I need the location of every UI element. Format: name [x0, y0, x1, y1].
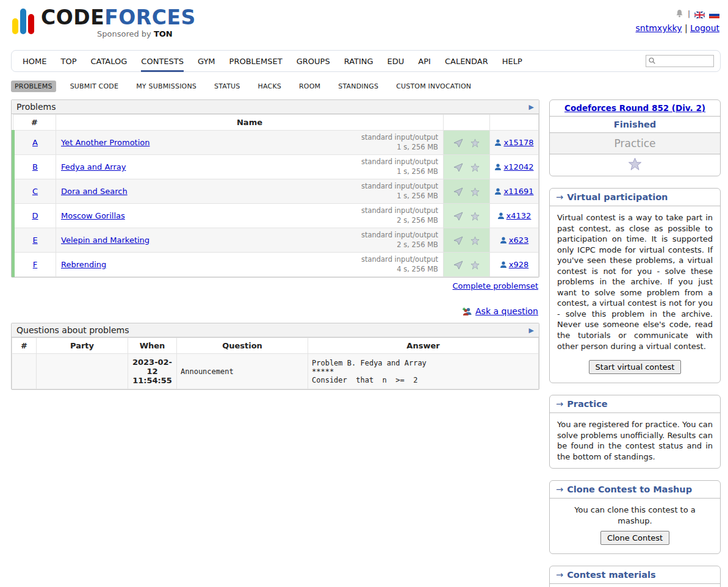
- expand-arrow-icon[interactable]: ▶: [529, 326, 534, 334]
- subnav-custom-invocation[interactable]: CUSTOM INVOCATION: [392, 81, 475, 92]
- question-text-cell: Announcement: [177, 354, 308, 389]
- favorite-star-icon[interactable]: [470, 261, 480, 270]
- column-header-answer: Answer: [308, 338, 539, 354]
- expand-arrow-icon[interactable]: ▶: [529, 103, 534, 111]
- user-separator: |: [682, 23, 690, 33]
- ask-question-icon: [462, 307, 472, 317]
- sidebar: Codeforces Round 852 (Div. 2) Finished P…: [549, 99, 721, 587]
- problems-caption: Problems: [16, 102, 56, 112]
- favorite-star-icon[interactable]: [470, 163, 480, 172]
- contest-title-row: Codeforces Round 852 (Div. 2): [550, 100, 720, 117]
- submit-solution-icon[interactable]: [453, 187, 463, 196]
- solved-count-link[interactable]: x15178: [503, 138, 533, 147]
- logo-bar-red: [28, 14, 34, 34]
- problem-name-link[interactable]: Yet Another Promotion: [61, 138, 150, 147]
- problem-index-link[interactable]: C: [32, 187, 38, 196]
- favorite-star-icon[interactable]: [470, 139, 480, 148]
- subnav-standings[interactable]: STANDINGS: [334, 81, 382, 92]
- favorite-star-icon[interactable]: [470, 236, 480, 245]
- nav-item-rating[interactable]: RATING: [344, 51, 373, 72]
- search-input[interactable]: [658, 57, 713, 65]
- nav-item-calendar[interactable]: CALENDAR: [445, 51, 488, 72]
- submit-solution-icon[interactable]: [453, 163, 463, 172]
- submit-solution-icon[interactable]: [453, 236, 463, 245]
- logo-wordmark: CODEFORCES: [41, 5, 196, 29]
- problem-name-link[interactable]: Velepin and Marketing: [61, 236, 150, 245]
- solved-count-link[interactable]: x928: [509, 260, 529, 269]
- submit-solution-icon[interactable]: [453, 139, 463, 148]
- question-row: 2023-02-12 11:54:55 Announcement Problem…: [12, 354, 539, 389]
- logout-link[interactable]: Logout: [690, 23, 719, 33]
- problem-name-link[interactable]: Dora and Search: [61, 187, 128, 196]
- logo-bar-yellow: [12, 18, 18, 34]
- codeforces-logo[interactable]: CODEFORCES Sponsored by TON: [12, 7, 196, 38]
- section-arrow-icon: →: [556, 570, 563, 580]
- subnav-submit-code[interactable]: SUBMIT CODE: [67, 81, 123, 92]
- section-arrow-icon: →: [556, 484, 563, 494]
- problem-index-link[interactable]: B: [32, 162, 38, 171]
- problem-row: E Velepin and Marketing standard input/o…: [13, 228, 539, 253]
- submit-solution-icon[interactable]: [453, 261, 463, 270]
- nav-item-contests[interactable]: CONTESTS: [141, 51, 184, 72]
- nav-item-edu[interactable]: EDU: [387, 51, 405, 72]
- contest-title-link[interactable]: Codeforces Round 852 (Div. 2): [564, 103, 705, 113]
- favorite-star-icon[interactable]: [470, 212, 480, 221]
- favorite-star-icon[interactable]: [628, 157, 642, 171]
- column-header-name: Name: [56, 115, 444, 131]
- ask-question-link[interactable]: Ask a question: [475, 306, 538, 316]
- column-header-party: Party: [37, 338, 128, 354]
- question-party-cell: [37, 354, 128, 389]
- lang-russian-flag[interactable]: [709, 11, 719, 18]
- problem-name-link[interactable]: Rebrending: [61, 260, 106, 269]
- nav-item-gym[interactable]: GYM: [198, 51, 215, 72]
- solved-count-link[interactable]: x623: [509, 236, 529, 245]
- user-handle-link[interactable]: sntmxykky: [636, 23, 682, 33]
- problem-index-link[interactable]: E: [32, 236, 37, 245]
- subnav-my-submissions[interactable]: MY SUBMISSIONS: [132, 81, 200, 92]
- nav-item-help[interactable]: HELP: [502, 51, 522, 72]
- solved-count-link[interactable]: x4132: [506, 211, 532, 220]
- problem-row: B Fedya and Array standard input/output1…: [13, 155, 539, 179]
- nav-item-top[interactable]: TOP: [60, 51, 76, 72]
- submit-solution-icon[interactable]: [453, 212, 463, 221]
- logo-bar-blue: [20, 9, 26, 34]
- virtual-caption: → Virtual participation: [550, 189, 720, 206]
- problem-index-link[interactable]: D: [32, 211, 38, 220]
- favorite-star-icon[interactable]: [470, 187, 480, 196]
- problem-io-limits: standard input/output4 s, 256 MB: [361, 255, 438, 274]
- icon-separator: |: [688, 10, 690, 18]
- subnav-problems[interactable]: PROBLEMS: [11, 81, 56, 92]
- questions-caption-bar: Questions about problems ▶: [12, 323, 539, 337]
- bell-icon[interactable]: [676, 9, 683, 20]
- problem-row: F Rebrending standard input/output4 s, 2…: [13, 253, 539, 277]
- practice-box: → Practice You are registered for practi…: [549, 395, 721, 469]
- nav-item-groups[interactable]: GROUPS: [297, 51, 330, 72]
- problem-io-limits: standard input/output1 s, 256 MB: [361, 133, 438, 152]
- solved-count-icon: [494, 139, 502, 146]
- header: CODEFORCES Sponsored by TON | sntmxykky …: [11, 6, 721, 50]
- problem-index-link[interactable]: A: [32, 138, 38, 147]
- subnav-hacks[interactable]: HACKS: [254, 81, 285, 92]
- section-arrow-icon: →: [556, 192, 563, 202]
- lang-english-flag[interactable]: [694, 11, 705, 18]
- subnav-status[interactable]: STATUS: [211, 81, 243, 92]
- nav-item-home[interactable]: HOME: [23, 51, 46, 72]
- user-links: sntmxykky | Logout: [636, 23, 719, 33]
- question-when-cell: 2023-02-12 11:54:55: [128, 354, 177, 389]
- solved-count-link[interactable]: x12042: [503, 162, 533, 171]
- solved-count-link[interactable]: x11691: [503, 187, 533, 196]
- clone-contest-button[interactable]: Clone Contest: [600, 531, 669, 545]
- nav-item-api[interactable]: API: [418, 51, 431, 72]
- problem-name-link[interactable]: Fedya and Array: [61, 162, 126, 171]
- search-icon: [649, 57, 655, 66]
- start-virtual-contest-button[interactable]: Start virtual contest: [589, 360, 682, 374]
- subnav-room[interactable]: ROOM: [295, 81, 324, 92]
- problem-index-link[interactable]: F: [33, 260, 37, 269]
- complete-problemset-link[interactable]: Complete problemset: [453, 281, 538, 290]
- question-answer-cell: Problem B. Fedya and Array ***** Conside…: [308, 354, 539, 389]
- questions-header-row: # Party When Question Answer: [12, 338, 539, 354]
- practice-caption: → Practice: [550, 395, 720, 413]
- nav-item-catalog[interactable]: CATALOG: [90, 51, 127, 72]
- nav-item-problemset[interactable]: PROBLEMSET: [229, 51, 283, 72]
- problem-name-link[interactable]: Moscow Gorillas: [61, 211, 125, 220]
